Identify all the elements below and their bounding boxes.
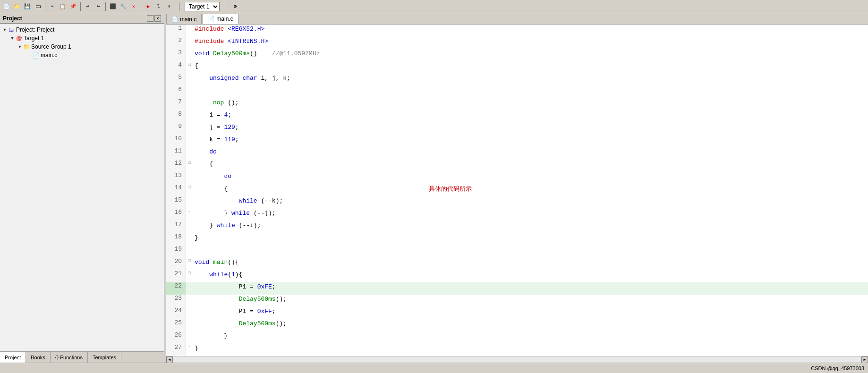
line-code-17[interactable]: } while (--i); — [193, 221, 868, 233]
line-num-2: 2 — [166, 37, 186, 49]
line-code-23[interactable]: Delay500ms(); — [193, 295, 868, 307]
line-code-11[interactable]: do — [193, 147, 868, 160]
tree-item-sourcegroup1[interactable]: ▼ 📁 Source Group 1 — [1, 42, 163, 51]
line-fold-27: - — [186, 344, 193, 356]
line-fold-6 — [186, 86, 193, 98]
status-text: CSDN @qq_45973003 — [811, 365, 864, 371]
code-line-12: 12 □ { — [166, 160, 868, 172]
line-code-14[interactable]: {具体的代码所示 — [193, 184, 868, 196]
line-fold-22 — [186, 282, 193, 295]
code-line-4: 4 □ { — [166, 61, 868, 74]
line-code-22[interactable]: P1 = 0xFE; — [193, 282, 868, 295]
redo-icon[interactable]: ↪ — [94, 2, 103, 11]
line-num-4: 4 — [166, 61, 186, 74]
project-icon: 🗂 — [8, 26, 15, 34]
cut-icon[interactable]: ✂ — [48, 2, 57, 11]
line-code-20[interactable]: void main(){ — [193, 258, 868, 270]
line-code-16[interactable]: } while (--j); — [193, 209, 868, 221]
line-fold-14: □ — [186, 184, 193, 196]
sidebar: Project _ × ▼ 🗂 Project: Project ▼ 🎯 Tar… — [0, 13, 164, 363]
line-code-6[interactable] — [193, 86, 868, 98]
new-file-icon[interactable]: 📄 — [2, 2, 11, 11]
code-line-2: 2 #include <INTRINS.H> — [166, 37, 868, 49]
build-icon[interactable]: ⬛ — [108, 2, 118, 11]
line-num-26: 26 — [166, 331, 186, 344]
line-num-25: 25 — [166, 319, 186, 331]
open-icon[interactable]: 📁 — [12, 2, 22, 11]
step-over-icon[interactable]: ⤵ — [154, 2, 163, 11]
sep2 — [80, 2, 81, 11]
line-fold-12: □ — [186, 160, 193, 172]
line-code-15[interactable]: while (--k); — [193, 196, 868, 209]
line-code-25[interactable]: Delay500ms(); — [193, 319, 868, 331]
line-code-7[interactable]: _nop_(); — [193, 98, 868, 110]
line-fold-5 — [186, 74, 193, 86]
step-in-icon[interactable]: ⬇ — [164, 2, 174, 11]
paste-icon[interactable]: 📌 — [68, 2, 78, 11]
save-icon[interactable]: 💾 — [23, 2, 32, 11]
sidebar-tab-project[interactable]: Project — [0, 352, 26, 363]
line-code-1[interactable]: #include <REGX52.H> — [193, 25, 868, 37]
line-fold-18 — [186, 233, 193, 246]
code-line-21: 21 □ while(1){ — [166, 270, 868, 282]
sidebar-tab-functions[interactable]: {} Functions — [51, 352, 88, 363]
scrollbar-track[interactable] — [173, 357, 861, 362]
save-all-icon[interactable]: 🗃 — [33, 2, 43, 11]
line-code-5[interactable]: unsigned char i, j, k; — [193, 74, 868, 86]
code-line-27: 27 - } — [166, 344, 868, 356]
sidebar-tab-templates[interactable]: Templates — [88, 352, 121, 363]
stop-icon[interactable]: ✕ — [129, 2, 138, 11]
file-icon: 📄 — [32, 51, 40, 59]
sidebar-minimize-button[interactable]: _ — [147, 15, 153, 22]
editor-scrollbar[interactable]: ◀ ▶ — [166, 356, 868, 363]
line-code-2[interactable]: #include <INTRINS.H> — [193, 37, 868, 49]
line-code-24[interactable]: P1 = 0xFF; — [193, 307, 868, 319]
target-select[interactable]: Target 1 — [185, 2, 220, 11]
line-code-9[interactable]: j = 129; — [193, 123, 868, 135]
code-line-18: 18 } — [166, 233, 868, 246]
sidebar-tab-books[interactable]: Books — [26, 352, 51, 363]
line-fold-11 — [186, 147, 193, 160]
line-code-8[interactable]: i = 4; — [193, 110, 868, 123]
copy-icon[interactable]: 📋 — [58, 2, 68, 11]
line-fold-25 — [186, 319, 193, 331]
code-line-3: 3 void Delay500ms() //@11.0592MHz — [166, 49, 868, 61]
code-line-8: 8 i = 4; — [166, 110, 868, 123]
line-num-13: 13 — [166, 172, 186, 184]
rebuild-icon[interactable]: 🔧 — [119, 2, 128, 11]
undo-icon[interactable]: ↩ — [83, 2, 93, 11]
expand-target1[interactable]: ▼ — [9, 35, 15, 41]
line-code-19[interactable] — [193, 246, 868, 258]
line-code-4[interactable]: { — [193, 61, 868, 74]
target-icon: 🎯 — [15, 34, 23, 42]
line-code-13[interactable]: do — [193, 172, 868, 184]
code-line-5: 5 unsigned char i, j, k; — [166, 74, 868, 86]
expand-sourcegroup1[interactable]: ▼ — [17, 44, 23, 50]
line-code-10[interactable]: k = 119; — [193, 135, 868, 147]
code-editor[interactable]: 1 #include <REGX52.H> 2 #include <INTRIN… — [166, 25, 868, 356]
line-code-26[interactable]: } — [193, 331, 868, 344]
sidebar-close-button[interactable]: × — [154, 15, 161, 22]
tree-item-project[interactable]: ▼ 🗂 Project: Project — [1, 25, 163, 34]
line-code-3[interactable]: void Delay500ms() //@11.0592MHz — [193, 49, 868, 61]
line-num-17: 17 — [166, 221, 186, 233]
tree-item-mainc[interactable]: 📄 main.c — [1, 51, 163, 59]
editor-tab-mainc1[interactable]: 📄 main.c — [166, 14, 202, 24]
line-num-8: 8 — [166, 110, 186, 123]
scroll-right-button[interactable]: ▶ — [861, 356, 868, 363]
expand-project[interactable]: ▼ — [2, 27, 8, 33]
line-code-21[interactable]: while(1){ — [193, 270, 868, 282]
tree-item-target1[interactable]: ▼ 🎯 Target 1 — [1, 34, 163, 42]
line-code-27[interactable]: } — [193, 344, 868, 356]
line-num-16: 16 — [166, 209, 186, 221]
tab-label-1: main.c — [180, 16, 196, 23]
editor-tab-mainc2[interactable]: 📄 main.c — [203, 14, 238, 24]
debug-icon[interactable]: ▶ — [144, 2, 153, 11]
toolbar-icons: 📄 📁 💾 🗃 ✂ 📋 📌 ↩ ↪ ⬛ 🔧 ✕ ▶ ⤵ ⬇ — [2, 2, 174, 11]
options-icon[interactable]: ⚙ — [230, 2, 240, 11]
line-num-14: 14 — [166, 184, 186, 196]
sep5 — [179, 2, 179, 11]
line-code-12[interactable]: { — [193, 160, 868, 172]
line-code-18[interactable]: } — [193, 233, 868, 246]
scroll-left-button[interactable]: ◀ — [166, 356, 173, 363]
